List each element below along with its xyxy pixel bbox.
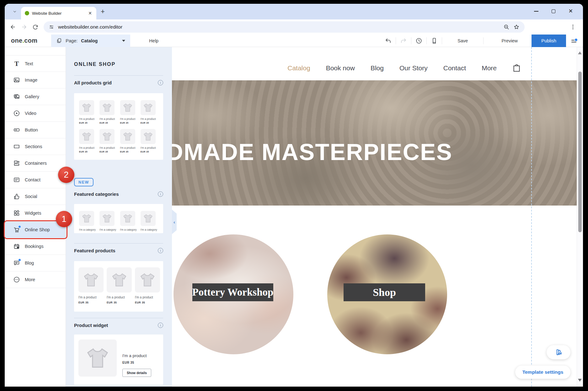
sidebar-item-label: Social xyxy=(25,194,37,199)
product-tile: I'm a productEUR 35 xyxy=(79,100,97,124)
sidebar-item-video[interactable]: Video xyxy=(5,105,66,122)
redo-icon[interactable] xyxy=(400,37,407,44)
sidebar-item-sections[interactable]: Sections xyxy=(5,138,66,155)
sidebar-item-button[interactable]: Button xyxy=(5,122,66,138)
new-badge: NEW xyxy=(74,178,94,186)
editor-menu-icon[interactable] xyxy=(570,37,577,44)
chevron-left-icon: ‹ xyxy=(174,219,175,225)
panel-collapse-tab[interactable]: ‹ xyxy=(172,210,177,234)
site-nav-more[interactable]: More xyxy=(482,64,497,72)
site-nav-blog[interactable]: Blog xyxy=(371,64,384,72)
sidebar-item-label: Gallery xyxy=(25,94,39,99)
product-tile: I'm a productEUR 35 xyxy=(120,100,138,124)
info-icon[interactable]: i xyxy=(158,248,163,253)
info-icon[interactable]: i xyxy=(158,191,163,197)
tshirt-placeholder-icon xyxy=(79,100,94,115)
product-tile: I'm a productEUR 35 xyxy=(99,100,117,124)
shop-label[interactable]: Shop xyxy=(344,283,425,301)
category-tile: I'm a category xyxy=(120,211,138,231)
history-icon[interactable] xyxy=(415,37,422,44)
tshirt-placeholder-icon xyxy=(99,211,115,226)
sidebar-item-gallery[interactable]: Gallery xyxy=(5,88,66,105)
bookings-calendar-icon xyxy=(13,243,20,250)
mobile-preview-icon[interactable] xyxy=(431,37,438,44)
featured-categories-card[interactable]: I'm a category I'm a category I'm a cate… xyxy=(74,204,163,233)
window-maximize-button[interactable] xyxy=(552,9,555,13)
reload-icon[interactable] xyxy=(32,24,39,30)
scrollbar-thumb[interactable] xyxy=(578,72,582,232)
tab-close-icon[interactable]: ✕ xyxy=(87,10,93,16)
publish-button[interactable]: Publish xyxy=(532,35,566,47)
sidebar-item-contact[interactable]: Contact xyxy=(5,172,66,188)
show-details-button[interactable]: Show details xyxy=(122,369,151,377)
site-nav-contact[interactable]: Contact xyxy=(443,64,466,72)
undo-icon[interactable] xyxy=(385,37,392,44)
pottery-workshop-label[interactable]: Pottery Workshop xyxy=(192,283,273,301)
zoom-out-icon[interactable] xyxy=(503,24,510,30)
page-selector-label: Page: xyxy=(66,38,78,43)
browser-tab[interactable]: Website Builder ✕ xyxy=(21,7,96,19)
site-nav-catalog[interactable]: Catalog xyxy=(287,64,310,72)
template-settings-button[interactable]: Template settings xyxy=(515,366,570,379)
style-swatch-button[interactable] xyxy=(547,345,570,359)
sidebar-item-label: Sections xyxy=(25,144,42,149)
browser-window: Website Builder ✕ + ✕ websitebuilder.one… xyxy=(5,4,583,387)
layout-guide-line xyxy=(531,47,532,387)
featured-product-tile: I'm a productEUR 35 xyxy=(107,267,132,304)
canvas-scrollbar[interactable] xyxy=(577,47,583,387)
site-info-icon[interactable] xyxy=(49,24,54,30)
scroll-down-arrow-icon[interactable] xyxy=(578,379,582,382)
product-widget-card[interactable]: I'm a product EUR 35 Show details xyxy=(74,335,163,385)
url-text[interactable]: websitebuilder.one.com/editor xyxy=(58,24,500,30)
back-icon[interactable] xyxy=(10,24,16,30)
window-close-button[interactable]: ✕ xyxy=(569,8,573,14)
tshirt-placeholder-icon xyxy=(99,129,115,144)
info-icon[interactable]: i xyxy=(158,323,163,328)
browser-tab-strip: Website Builder ✕ + ✕ xyxy=(5,4,583,19)
notification-dot xyxy=(18,259,21,261)
save-button[interactable]: Save xyxy=(457,38,468,43)
page-selector-value: Catalog xyxy=(81,38,98,43)
info-icon[interactable]: i xyxy=(158,80,163,85)
scroll-up-arrow-icon[interactable] xyxy=(578,51,582,54)
hero-banner[interactable]: DMADE MASTERPIECES xyxy=(172,80,577,206)
sidebar-item-more[interactable]: More xyxy=(5,271,66,288)
sidebar-item-containers[interactable]: Containers xyxy=(5,155,66,172)
address-bar[interactable]: websitebuilder.one.com/editor xyxy=(44,21,525,33)
all-products-grid-card[interactable]: I'm a productEUR 35 I'm a productEUR 35 … xyxy=(74,93,163,160)
sidebar-item-blog[interactable]: Blog xyxy=(5,255,66,271)
window-minimize-button[interactable] xyxy=(534,11,538,12)
new-tab-button[interactable]: + xyxy=(101,8,105,15)
help-button[interactable]: Help xyxy=(149,38,158,43)
section-heading-product-widget: Product widget i xyxy=(74,322,163,328)
blog-icon xyxy=(13,260,20,266)
forward-icon[interactable] xyxy=(21,24,27,30)
sidebar-item-label: Bookings xyxy=(25,244,44,249)
hero-title: DMADE MASTERPIECES xyxy=(172,141,452,164)
tshirt-placeholder-icon xyxy=(78,267,104,292)
browser-menu-icon[interactable] xyxy=(570,24,576,30)
sidebar-item-social[interactable]: Social xyxy=(5,188,66,205)
featured-products-card[interactable]: I'm a productEUR 35 I'm a productEUR 35 … xyxy=(74,261,163,312)
site-nav-book-now[interactable]: Book now xyxy=(326,64,355,72)
tab-search-chevron-icon[interactable] xyxy=(10,7,20,17)
sidebar-item-label: Blog xyxy=(25,260,34,265)
pages-icon xyxy=(56,38,62,44)
product-tile: I'm a productEUR 35 xyxy=(141,129,158,153)
sidebar-item-image[interactable]: Image xyxy=(5,72,66,88)
preview-button[interactable]: Preview xyxy=(501,38,518,43)
editor-toolbar: one.com Page: Catalog Help Save Preview … xyxy=(5,35,583,47)
shopping-bag-icon[interactable] xyxy=(512,63,521,72)
site-nav-our-story[interactable]: Our Story xyxy=(399,64,428,72)
site-canvas[interactable]: Catalog Book now Blog Our Story Contact … xyxy=(172,47,577,387)
site-navigation: Catalog Book now Blog Our Story Contact … xyxy=(172,47,577,80)
sidebar-item-text[interactable]: T Text xyxy=(5,55,66,72)
tshirt-placeholder-icon xyxy=(135,267,160,292)
featured-product-tile: I'm a productEUR 35 xyxy=(135,267,160,304)
sidebar-item-bookings[interactable]: Bookings xyxy=(5,238,66,255)
browser-toolbar: websitebuilder.one.com/editor xyxy=(5,19,583,35)
product-tile: I'm a productEUR 35 xyxy=(79,129,97,153)
page-selector[interactable]: Page: Catalog xyxy=(51,35,130,47)
thumbs-up-icon xyxy=(13,193,20,200)
bookmark-star-icon[interactable] xyxy=(513,24,520,30)
